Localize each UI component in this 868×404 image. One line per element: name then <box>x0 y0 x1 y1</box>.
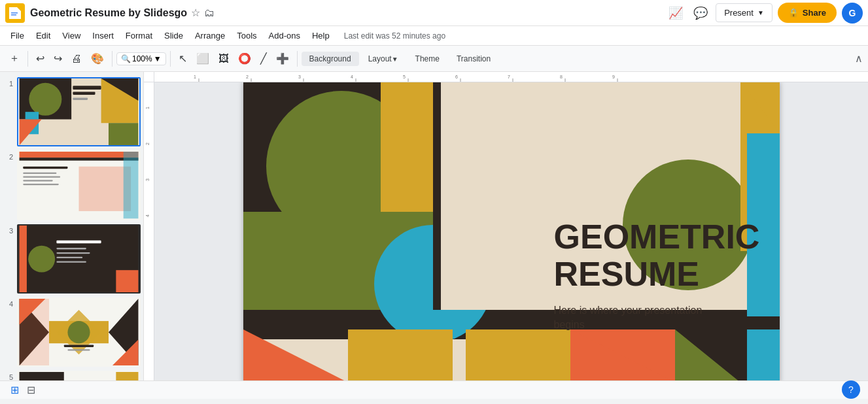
undo-button[interactable]: ↩ <box>32 50 48 67</box>
svg-rect-11 <box>109 123 138 145</box>
menu-arrange[interactable]: Arrange <box>190 28 230 43</box>
slide-thumb-5[interactable] <box>17 371 141 380</box>
theme-button[interactable]: Theme <box>408 52 447 66</box>
svg-point-39 <box>67 321 90 343</box>
svg-text:3: 3 <box>145 178 150 181</box>
main-layout: 1 <box>0 72 868 380</box>
activity-icon[interactable]: 📈 <box>666 3 686 23</box>
present-button[interactable]: Present ▼ <box>716 3 773 22</box>
slide-thumb-4[interactable] <box>17 297 141 367</box>
svg-text:1: 1 <box>145 107 150 109</box>
menu-slide[interactable]: Slide <box>159 28 188 43</box>
background-button[interactable]: Background <box>302 52 359 66</box>
slide-item-4[interactable]: 4 <box>3 297 141 367</box>
slide-number-3: 3 <box>3 224 13 235</box>
slide-item-5[interactable]: 5 <box>3 371 141 380</box>
collapse-toolbar-button[interactable]: ∧ <box>855 52 863 65</box>
redo-button[interactable]: ↪ <box>50 50 66 67</box>
zoom-dropdown-icon: ▼ <box>154 54 162 63</box>
svg-text:2: 2 <box>246 75 249 79</box>
ruler-vertical: 1 2 3 4 <box>144 82 154 380</box>
menu-edit[interactable]: Edit <box>31 28 56 43</box>
separator-1 <box>27 51 28 67</box>
svg-rect-19 <box>23 173 56 174</box>
svg-text:2: 2 <box>145 143 150 145</box>
filmstrip-view-button[interactable]: ⊟ <box>24 382 38 397</box>
svg-rect-22 <box>23 184 59 185</box>
zoom-out-icon: 🔍 <box>121 54 131 63</box>
svg-text:4: 4 <box>145 214 150 217</box>
comments-icon[interactable]: 💬 <box>691 3 710 23</box>
svg-rect-12 <box>73 86 101 90</box>
svg-text:8: 8 <box>560 75 563 79</box>
menu-help[interactable]: Help <box>307 28 335 43</box>
slide-thumb-2[interactable] <box>17 150 141 220</box>
shape-tool[interactable]: ⭕ <box>234 50 255 67</box>
main-slide[interactable]: GEOMETRIC RESUME Here is where your pres… <box>243 82 780 380</box>
svg-text:6: 6 <box>455 75 458 79</box>
svg-rect-41 <box>67 349 90 350</box>
view-toggle: ⊞ ⊟ <box>8 382 38 397</box>
help-button[interactable]: ? <box>842 380 860 399</box>
svg-rect-18 <box>23 167 67 169</box>
slide-subtitle: Here is where your presentation begins <box>554 303 711 333</box>
slide-item-1[interactable]: 1 <box>3 77 141 146</box>
slide-thumb-3[interactable] <box>17 224 141 294</box>
select-tool[interactable]: ↖ <box>175 50 191 67</box>
separator-2 <box>112 51 113 67</box>
zoom-control[interactable]: 🔍 100% ▼ <box>116 52 166 65</box>
grid-view-button[interactable]: ⊞ <box>8 382 22 397</box>
svg-rect-40 <box>64 345 94 346</box>
svg-rect-30 <box>56 252 90 254</box>
slide-item-2[interactable]: 2 <box>3 150 141 220</box>
menu-addons[interactable]: Add-ons <box>264 28 305 43</box>
menu-bar: File Edit View Insert Format Slide Arran… <box>0 26 868 46</box>
image-tool[interactable]: 🖼 <box>215 50 233 67</box>
insert-special[interactable]: ➕ <box>272 50 293 67</box>
print-button[interactable]: 🖨 <box>67 50 86 67</box>
slide-number-2: 2 <box>3 150 13 161</box>
doc-title-area: Geometric Resume by Slidesgo ☆ 🗂 <box>30 7 215 19</box>
svg-rect-3 <box>11 14 16 16</box>
menu-tools[interactable]: Tools <box>232 28 262 43</box>
canvas-inner: GEOMETRIC RESUME Here is where your pres… <box>154 82 868 380</box>
star-icon[interactable]: ☆ <box>191 7 200 19</box>
paint-format-button[interactable]: 🎨 <box>87 50 108 67</box>
zoom-level: 100% <box>132 54 152 63</box>
menu-insert[interactable]: Insert <box>87 28 119 43</box>
separator-3 <box>170 51 171 67</box>
svg-text:9: 9 <box>612 75 615 79</box>
svg-rect-2 <box>11 12 18 14</box>
slide-number-5: 5 <box>3 371 13 380</box>
svg-marker-97 <box>466 329 570 381</box>
svg-rect-21 <box>23 180 52 182</box>
ruler-horizontal: 1 2 3 4 5 6 7 8 9 <box>154 72 868 82</box>
slide-panel: 1 <box>0 72 144 380</box>
svg-rect-16 <box>20 152 139 158</box>
svg-rect-20 <box>23 177 60 178</box>
menu-format[interactable]: Format <box>120 28 158 43</box>
svg-text:4: 4 <box>351 75 353 79</box>
top-bar: Geometric Resume by Slidesgo ☆ 🗂 📈 💬 Pre… <box>0 0 868 26</box>
doc-title: Geometric Resume by Slidesgo <box>30 7 187 19</box>
avatar[interactable]: G <box>842 3 863 24</box>
editor-area: 1 2 3 4 5 6 7 8 9 <box>144 72 868 380</box>
ruler-corner <box>144 72 154 82</box>
add-button[interactable]: ＋ <box>5 49 24 68</box>
folder-icon[interactable]: 🗂 <box>204 7 215 19</box>
slide-thumb-1[interactable] <box>17 77 141 146</box>
svg-rect-13 <box>73 92 95 95</box>
slide-item-3[interactable]: 3 <box>3 224 141 294</box>
transition-button[interactable]: Transition <box>449 52 498 66</box>
layout-button[interactable]: Layout▼ <box>360 52 406 66</box>
menu-view[interactable]: View <box>57 28 86 43</box>
line-tool[interactable]: ╱ <box>256 50 271 67</box>
svg-rect-32 <box>56 261 86 262</box>
last-edit-text: Last edit was 52 minutes ago <box>344 31 445 41</box>
lock-icon: 🔒 <box>788 8 799 18</box>
toolbar: ＋ ↩ ↪ 🖨 🎨 🔍 100% ▼ ↖ ⬜ 🖼 ⭕ ╱ ➕ Backgroun… <box>0 46 868 72</box>
slide-number-1: 1 <box>3 77 13 88</box>
text-tool[interactable]: ⬜ <box>192 50 213 67</box>
share-button[interactable]: 🔒 Share <box>778 3 837 23</box>
menu-file[interactable]: File <box>5 28 29 43</box>
